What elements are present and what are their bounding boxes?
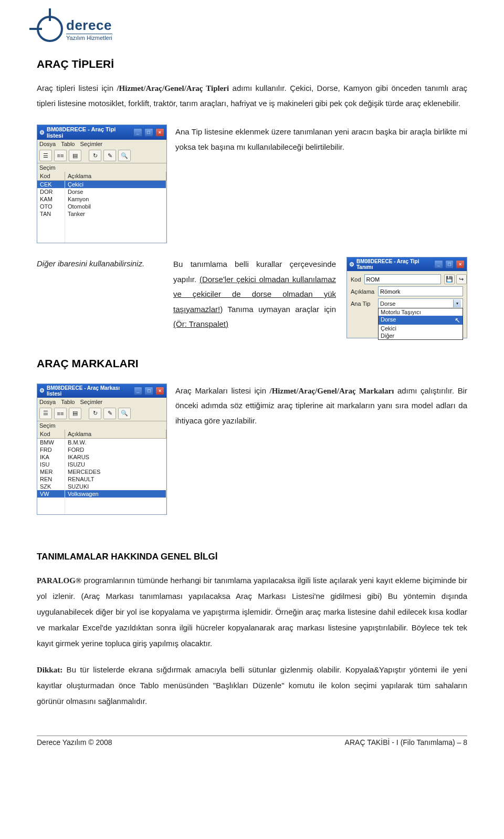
exit-icon[interactable]: ↪ [456,274,467,284]
path-arac-tipleri: /Hizmet/Araç/Genel/Araç Tipleri [117,84,229,92]
dropdown-option-selected[interactable]: Dorse↖ [379,316,463,325]
intro-paragraph: Araç tipleri listesi için /Hizmet/Araç/G… [37,81,467,111]
input-kod[interactable] [364,274,441,284]
table-row[interactable]: CEKÇekici [37,181,166,189]
heading-genel-bilgi: TANIMLAMALAR HAKKINDA GENEL BİLGİ [37,552,467,562]
table-row[interactable]: OTOOtomobil [37,203,166,210]
section-label: Seçim [37,421,166,430]
save-icon[interactable]: 💾 [444,274,455,284]
table-row[interactable]: RENRENAULT [37,475,166,483]
tool-search-icon[interactable]: 🔍 [118,150,131,161]
table-row[interactable]: ISUISUZU [37,461,166,468]
brand-paralog: PARALOG® [37,576,81,585]
table-row[interactable]: VWVolkswagen [37,490,166,498]
table-row-empty [37,498,166,506]
label-aciklama: Açıklama [351,288,375,295]
logo: derece Yazılım Hizmetleri [37,16,467,42]
menu-secimler[interactable]: Seçimler [80,399,102,405]
window-arac-tipi-tanimi: ⚙ BM08DERECE - Araç Tipi Tanımı _ □ × Ko… [346,257,467,338]
table-row[interactable]: SZKSUZUKI [37,483,166,490]
close-button[interactable]: × [456,260,465,268]
data-table: KodAçıklama CEKÇekiciDORDorseKAMKamyonOT… [37,172,166,243]
tool-refresh-icon[interactable]: ↻ [89,408,101,419]
para-tanimlama: Bu tanımlama belli kurallar çerçevesinde… [173,257,336,332]
titlebar[interactable]: ⚙ BM08DERECE - Araç Markası listesi _ □ … [37,384,166,398]
close-button[interactable]: × [155,387,164,395]
menubar: Dosya Tablo Seçimler [37,398,166,406]
menu-dosya[interactable]: Dosya [39,141,56,147]
titlebar[interactable]: ⚙ BM08DERECE - Araç Tipi Tanımı _ □ × [347,257,467,271]
tool-search-icon[interactable]: 🔍 [118,408,131,419]
table-row-empty [37,217,166,226]
window-arac-markasi-listesi: ⚙ BM08DERECE - Araç Markası listesi _ □ … [37,384,167,515]
footer-right: ARAÇ TAKİBİ - I (Filo Tanımlama) – 8 [345,738,467,747]
para-markalar: Araç Markaları listesi için /Hizmet/Araç… [175,384,467,429]
table-row[interactable]: FRDFORD [37,446,166,453]
label-dikkat: Dikkat: [37,666,62,674]
app-icon: ⚙ [39,129,45,136]
menu-tablo[interactable]: Tablo [61,399,75,405]
menubar: Dosya Tablo Seçimler [37,140,166,148]
window-title: BM08DERECE - Araç Tipi Tanımı [356,258,430,270]
section-label: Seçim [37,163,166,172]
footer: Derece Yazılım © 2008 ARAÇ TAKİBİ - I (F… [37,736,467,747]
tool-cards-icon[interactable]: ▤ [69,150,81,161]
table-row[interactable]: KAMKamyon [37,195,166,203]
dropdown-ana-tip[interactable]: Dorse▾ Motorlu Taşıyıcı Dorse↖ Çekici Di… [378,298,463,308]
window-title: BM08DERECE - Araç Tipi listesi [47,126,129,139]
caption-diger: Diğer ibaresini kullanabilirsiniz. [37,259,144,268]
table-row[interactable]: IKAIKARUS [37,453,166,461]
col-aciklama[interactable]: Açıklama [65,430,166,439]
label-ana-tip: Ana Tip [351,301,375,307]
chevron-down-icon[interactable]: ▾ [453,299,461,307]
toolbar: ☰ ≡≡ ▤ ↻ ✎ 🔍 [37,406,166,421]
table-row[interactable]: BMWB.M.W. [37,438,166,446]
dropdown-option[interactable]: Diğer [379,332,463,339]
para-ana-tip: Ana Tip listesine eklenmek üzere tanımla… [175,125,467,154]
col-aciklama[interactable]: Açıklama [65,172,166,181]
dropdown-option[interactable]: Motorlu Taşıyıcı [379,308,463,316]
minimize-button[interactable]: _ [133,128,142,137]
heading-arac-tipleri: ARAÇ TİPLERİ [37,58,467,70]
table-row[interactable]: TANTanker [37,210,166,217]
dropdown-list: Motorlu Taşıyıcı Dorse↖ Çekici Diğer [378,308,463,340]
maximize-button[interactable]: □ [144,128,153,137]
para-dikkat: Dikkat: Bu tür listelerde ekrana sığdırm… [37,662,467,709]
tool-cards-icon[interactable]: ▤ [69,408,81,419]
footer-left: Derece Yazılım © 2008 [37,738,112,747]
window-arac-tipi-listesi: ⚙ BM08DERECE - Araç Tipi listesi _ □ × D… [37,125,167,243]
label-kod: Kod [351,276,361,283]
minimize-button[interactable]: _ [134,387,143,395]
table-row[interactable]: DORDorse [37,188,166,195]
table-row-empty [37,506,166,514]
logo-tagline: Yazılım Hizmetleri [66,34,112,41]
close-button[interactable]: × [155,128,164,137]
data-table: KodAçıklama BMWB.M.W.FRDFORDIKAIKARUSISU… [37,430,166,514]
cursor-icon: ↖ [455,316,460,324]
tool-note-icon[interactable]: ✎ [103,408,116,419]
col-kod[interactable]: Kod [37,430,65,439]
menu-dosya[interactable]: Dosya [39,399,56,405]
app-icon: ⚙ [349,261,354,268]
dropdown-option[interactable]: Çekici [379,325,463,332]
tool-list-icon[interactable]: ≡≡ [54,150,67,161]
tool-view-icon[interactable]: ☰ [39,408,52,419]
tool-list-icon[interactable]: ≡≡ [54,408,67,419]
table-row-empty [37,226,166,234]
titlebar[interactable]: ⚙ BM08DERECE - Araç Tipi listesi _ □ × [37,125,166,140]
app-icon: ⚙ [39,387,45,394]
tool-view-icon[interactable]: ☰ [39,150,52,161]
menu-secimler[interactable]: Seçimler [80,141,102,147]
tool-refresh-icon[interactable]: ↻ [89,150,101,161]
path-arac-markalari: /Hizmet/Araç/Genel/Araç Markaları [270,387,394,395]
table-row[interactable]: MERMERCEDES [37,468,166,475]
maximize-button[interactable]: □ [144,387,153,395]
col-kod[interactable]: Kod [37,172,65,181]
menu-tablo[interactable]: Tablo [61,141,75,147]
input-aciklama[interactable] [378,286,463,296]
heading-arac-markalari: ARAÇ MARKALARI [37,357,467,370]
maximize-button[interactable]: □ [445,260,454,268]
tool-note-icon[interactable]: ✎ [103,150,116,161]
minimize-button[interactable]: _ [434,260,443,268]
window-title: BM08DERECE - Araç Markası listesi [47,385,130,397]
